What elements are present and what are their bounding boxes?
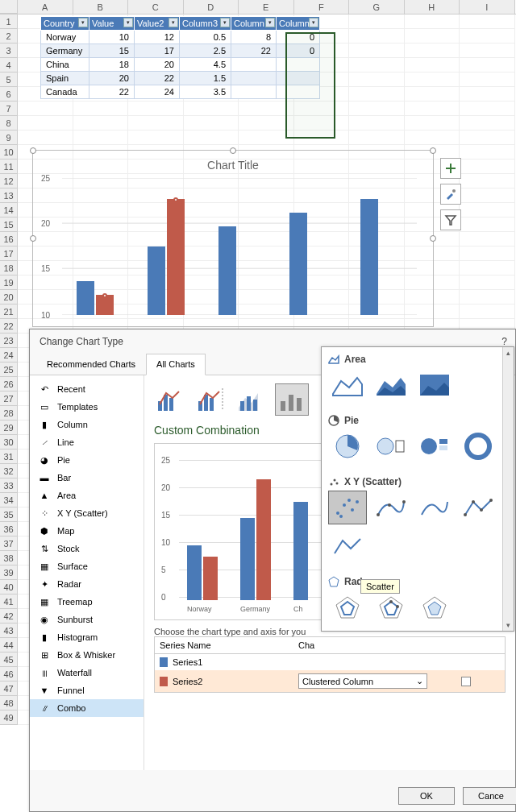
data-table[interactable]: Country▾ Value▾ Value2▾ Column3▾ Column▾… bbox=[40, 16, 320, 99]
area-type-1[interactable] bbox=[328, 368, 367, 402]
ok-button[interactable]: OK bbox=[398, 787, 455, 805]
scatter-type-5[interactable] bbox=[328, 529, 367, 563]
row-46[interactable]: 46 bbox=[0, 667, 18, 682]
filter-icon[interactable]: ▾ bbox=[123, 18, 133, 27]
cell[interactable] bbox=[231, 58, 277, 72]
cell[interactable]: 2.5 bbox=[180, 44, 231, 58]
combo-subtype-custom[interactable] bbox=[275, 383, 309, 416]
cell[interactable]: 17 bbox=[135, 44, 180, 58]
row-24[interactable]: 24 bbox=[0, 348, 18, 362]
row-26[interactable]: 26 bbox=[0, 377, 18, 392]
area-type-3[interactable] bbox=[415, 368, 454, 402]
cell[interactable]: 20 bbox=[89, 72, 135, 85]
row-16[interactable]: 16 bbox=[0, 232, 18, 246]
col-G[interactable]: G bbox=[349, 0, 405, 14]
radar-type-2[interactable] bbox=[372, 590, 410, 624]
category-waterfall[interactable]: ⫼Waterfall bbox=[30, 664, 144, 682]
row-45[interactable]: 45 bbox=[0, 652, 18, 667]
category-funnel[interactable]: ▼Funnel bbox=[30, 682, 144, 699]
row-18[interactable]: 18 bbox=[0, 261, 18, 276]
bar-series1[interactable] bbox=[77, 281, 94, 316]
secondary-axis-checkbox[interactable] bbox=[461, 677, 471, 686]
row-17[interactable]: 17 bbox=[0, 246, 18, 261]
bar-series1[interactable] bbox=[360, 199, 378, 316]
row-36[interactable]: 36 bbox=[0, 522, 18, 536]
cell[interactable]: 24 bbox=[135, 85, 180, 99]
category-histogram[interactable]: ▮Histogram bbox=[30, 628, 144, 646]
series-row[interactable]: Series1 bbox=[155, 654, 505, 670]
row-4[interactable]: 4 bbox=[0, 58, 18, 72]
dialog-help[interactable]: ? bbox=[501, 336, 507, 347]
row-28[interactable]: 28 bbox=[0, 406, 18, 420]
row-32[interactable]: 32 bbox=[0, 464, 18, 478]
cell[interactable]: China bbox=[41, 58, 89, 72]
cell[interactable]: 4.5 bbox=[180, 58, 231, 72]
row-38[interactable]: 38 bbox=[0, 551, 18, 566]
row-1[interactable]: 1 bbox=[0, 14, 18, 29]
combo-subtype-1[interactable] bbox=[154, 383, 188, 416]
chart-elements-button[interactable] bbox=[440, 158, 461, 179]
cell[interactable]: Canada bbox=[41, 85, 89, 99]
chart-filters-button[interactable] bbox=[440, 209, 461, 230]
pie-type-3[interactable] bbox=[415, 429, 454, 463]
category-sunburst[interactable]: ◉Sunburst bbox=[30, 611, 144, 628]
col-H[interactable]: H bbox=[405, 0, 460, 14]
series-row[interactable]: Series2 Clustered Column⌄ bbox=[155, 670, 505, 692]
category-box-whisker[interactable]: ⊞Box & Whisker bbox=[30, 646, 144, 664]
row-22[interactable]: 22 bbox=[0, 319, 18, 334]
pie-type-4[interactable] bbox=[459, 429, 497, 463]
category-pie[interactable]: ◕Pie bbox=[30, 451, 144, 469]
filter-icon[interactable]: ▾ bbox=[169, 18, 178, 27]
filter-icon[interactable]: ▾ bbox=[78, 18, 88, 27]
radar-type-1[interactable] bbox=[328, 590, 367, 624]
cell[interactable]: 3.5 bbox=[180, 85, 231, 99]
row-23[interactable]: 23 bbox=[0, 334, 18, 348]
bar-series1[interactable] bbox=[218, 226, 236, 316]
row-10[interactable]: 10 bbox=[0, 145, 18, 160]
row-33[interactable]: 33 bbox=[0, 478, 18, 493]
row-43[interactable]: 43 bbox=[0, 624, 18, 638]
row-31[interactable]: 31 bbox=[0, 450, 18, 464]
chart-title[interactable]: Chart Title bbox=[33, 159, 433, 172]
cell[interactable]: Germany bbox=[41, 44, 89, 58]
row-47[interactable]: 47 bbox=[0, 682, 18, 696]
tab-recommended[interactable]: Recommended Charts bbox=[36, 354, 146, 375]
scatter-type-4[interactable] bbox=[459, 491, 497, 524]
cell[interactable]: 10 bbox=[89, 31, 135, 44]
chart-area[interactable]: Chart Title 25 20 15 10 bbox=[32, 150, 434, 327]
pie-type-1[interactable] bbox=[328, 429, 367, 463]
category-stock[interactable]: ⇅Stock bbox=[30, 540, 144, 557]
category-templates[interactable]: ▭Templates bbox=[30, 398, 144, 416]
cell[interactable]: Spain bbox=[41, 72, 89, 85]
row-7[interactable]: 7 bbox=[0, 102, 18, 116]
row-8[interactable]: 8 bbox=[0, 116, 18, 130]
cell[interactable] bbox=[231, 72, 277, 85]
row-41[interactable]: 41 bbox=[0, 594, 18, 609]
filter-icon[interactable]: ▾ bbox=[220, 18, 230, 27]
category-surface[interactable]: ▦Surface bbox=[30, 557, 144, 575]
scatter-type-3[interactable] bbox=[415, 491, 454, 524]
row-15[interactable]: 15 bbox=[0, 218, 18, 232]
row-49[interactable]: 49 bbox=[0, 710, 18, 725]
cell[interactable]: 22 bbox=[231, 44, 277, 58]
bar-series2[interactable] bbox=[167, 199, 185, 316]
radar-type-3[interactable] bbox=[415, 590, 454, 624]
row-19[interactable]: 19 bbox=[0, 276, 18, 290]
cell[interactable]: 20 bbox=[135, 58, 180, 72]
combo-subtype-2[interactable] bbox=[194, 383, 228, 416]
cell[interactable]: 18 bbox=[89, 58, 135, 72]
cancel-button[interactable]: Cance bbox=[463, 787, 516, 805]
cell[interactable]: 0.5 bbox=[180, 31, 231, 44]
chart-styles-button[interactable] bbox=[440, 184, 461, 205]
row-37[interactable]: 37 bbox=[0, 536, 18, 551]
cell[interactable]: 1.5 bbox=[180, 72, 231, 85]
category-area[interactable]: ▲Area bbox=[30, 487, 144, 504]
cell[interactable]: Norway bbox=[41, 31, 89, 44]
row-40[interactable]: 40 bbox=[0, 580, 18, 594]
category-radar[interactable]: ✦Radar bbox=[30, 575, 144, 593]
col-I[interactable]: I bbox=[460, 0, 515, 14]
cell[interactable]: 12 bbox=[135, 31, 180, 44]
category-recent[interactable]: ↶Recent bbox=[30, 380, 144, 398]
row-34[interactable]: 34 bbox=[0, 493, 18, 508]
row-11[interactable]: 11 bbox=[0, 160, 18, 174]
